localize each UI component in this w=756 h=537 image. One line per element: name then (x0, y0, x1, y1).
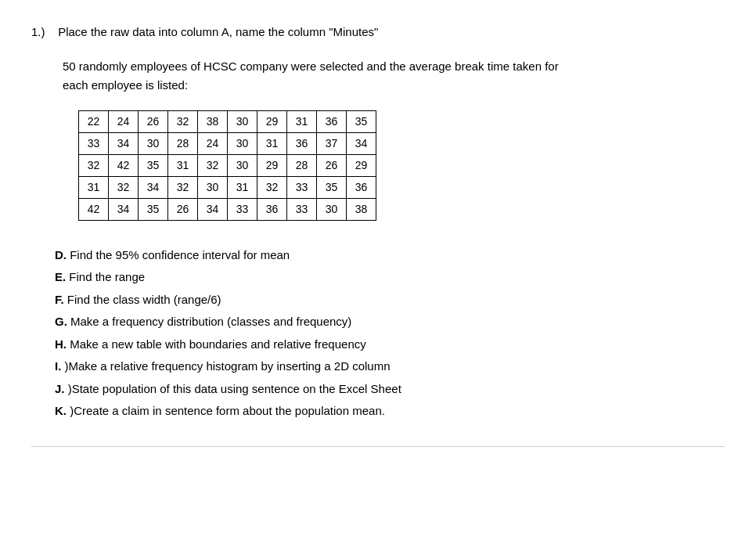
table-cell: 36 (347, 176, 376, 198)
question-instruction: Place the raw data into column A, name t… (58, 25, 378, 38)
task-letter: G. (55, 315, 70, 328)
table-cell: 28 (287, 154, 317, 176)
task-text: Find the 95% confidence interval for mea… (70, 248, 290, 261)
task-letter: J. (55, 382, 68, 395)
description-line1: 50 randomly employees of HCSC company we… (63, 59, 559, 73)
task-item: F. Find the class width (range/6) (55, 289, 725, 312)
table-cell: 32 (168, 176, 198, 198)
table-cell: 32 (257, 176, 287, 198)
data-table: 2224263238302931363533343028243031363734… (78, 110, 376, 221)
task-text: Find the class width (range/6) (67, 293, 221, 306)
task-text: )State population of this data using sen… (68, 382, 401, 395)
table-row: 33343028243031363734 (79, 132, 376, 154)
task-letter: K. (55, 404, 70, 417)
table-cell: 30 (198, 176, 228, 198)
table-cell: 34 (198, 198, 228, 220)
table-cell: 30 (228, 154, 257, 176)
table-cell: 32 (198, 154, 228, 176)
table-cell: 35 (139, 198, 168, 220)
table-cell: 33 (79, 132, 109, 154)
task-text: Make a new table with boundaries and rel… (70, 337, 366, 351)
task-text: )Make a relative frequency histogram by … (65, 359, 391, 373)
table-cell: 35 (139, 154, 168, 176)
table-cell: 30 (228, 110, 257, 132)
table-cell: 29 (257, 110, 287, 132)
table-cell: 34 (109, 198, 139, 220)
table-cell: 42 (109, 154, 139, 176)
task-text: )Create a claim in sentence form about t… (70, 404, 385, 417)
data-table-container: 2224263238302931363533343028243031363734… (78, 110, 725, 221)
task-item: J. )State population of this data using … (55, 378, 725, 401)
table-cell: 26 (139, 110, 168, 132)
task-letter: F. (55, 293, 67, 306)
question-header: 1.) Place the raw data into column A, na… (31, 23, 725, 41)
description-line2: each employee is listed: (63, 78, 188, 92)
bottom-divider (31, 446, 725, 447)
table-cell: 29 (347, 154, 376, 176)
table-cell: 35 (317, 176, 347, 198)
table-cell: 26 (168, 198, 198, 220)
table-cell: 32 (79, 154, 109, 176)
table-cell: 37 (317, 132, 347, 154)
table-cell: 35 (347, 110, 376, 132)
table-cell: 30 (228, 132, 257, 154)
table-cell: 30 (317, 198, 347, 220)
task-text: Find the range (69, 270, 145, 283)
table-cell: 26 (317, 154, 347, 176)
task-letter: H. (55, 337, 70, 351)
table-cell: 31 (257, 132, 287, 154)
table-cell: 38 (347, 198, 376, 220)
table-cell: 31 (287, 110, 317, 132)
table-cell: 32 (109, 176, 139, 198)
task-letter: D. (55, 248, 70, 261)
table-cell: 30 (139, 132, 168, 154)
table-cell: 29 (257, 154, 287, 176)
table-cell: 24 (109, 110, 139, 132)
task-item: H. Make a new table with boundaries and … (55, 333, 725, 356)
table-cell: 36 (257, 198, 287, 220)
task-item: G. Make a frequency distribution (classe… (55, 311, 725, 333)
table-cell: 31 (228, 176, 257, 198)
table-cell: 34 (347, 132, 376, 154)
table-cell: 33 (287, 198, 317, 220)
task-text: Make a frequency distribution (classes a… (70, 315, 351, 328)
table-cell: 33 (287, 176, 317, 198)
task-item: I. )Make a relative frequency histogram … (55, 355, 725, 378)
table-row: 31323432303132333536 (79, 176, 376, 198)
tasks-section: D. Find the 95% confidence interval for … (55, 244, 725, 423)
table-cell: 33 (228, 198, 257, 220)
table-row: 22242632383029313635 (79, 110, 376, 132)
table-row: 42343526343336333038 (79, 198, 376, 220)
table-cell: 32 (168, 110, 198, 132)
table-cell: 42 (79, 198, 109, 220)
table-cell: 36 (287, 132, 317, 154)
table-cell: 24 (198, 132, 228, 154)
task-item: D. Find the 95% confidence interval for … (55, 244, 725, 267)
description: 50 randomly employees of HCSC company we… (63, 57, 725, 95)
table-cell: 34 (109, 132, 139, 154)
question-number: 1.) (31, 25, 45, 38)
task-item: K. )Create a claim in sentence form abou… (55, 400, 725, 423)
task-item: E. Find the range (55, 266, 725, 289)
table-cell: 31 (79, 176, 109, 198)
table-cell: 28 (168, 132, 198, 154)
page-content: 1.) Place the raw data into column A, na… (31, 23, 725, 447)
table-cell: 38 (198, 110, 228, 132)
table-cell: 34 (139, 176, 168, 198)
table-row: 32423531323029282629 (79, 154, 376, 176)
task-letter: E. (55, 270, 69, 283)
task-letter: I. (55, 359, 65, 373)
table-cell: 31 (168, 154, 198, 176)
table-cell: 36 (317, 110, 347, 132)
table-cell: 22 (79, 110, 109, 132)
